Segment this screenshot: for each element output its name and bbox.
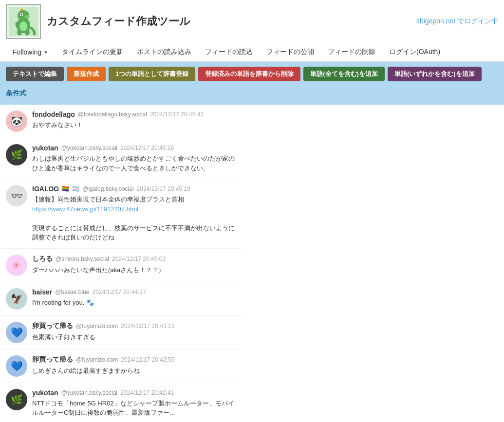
feed-scroll-wrapper[interactable]: 🐼 fondodellago @fondodellago.bsky.social…: [0, 105, 241, 421]
post-header: 卵買って帰る @fuyumizo.com 2024/12/17 20:42:55: [32, 355, 235, 364]
feed-right-panel: [241, 105, 504, 421]
avatar: 🌿: [6, 144, 27, 165]
post-text: I'm rooting for you. 🐾: [32, 298, 235, 308]
edit-text-button[interactable]: テキストで編集: [6, 67, 64, 81]
avatar: 🦅: [6, 288, 27, 310]
register-word-button[interactable]: 1つの単語として辞書登録: [109, 67, 195, 81]
following-label: Following: [13, 48, 41, 56]
feed-read-label: フィードの読込: [205, 48, 253, 56]
list-item: 💙 卵買って帰る @fuyumizo.com 2024/12/17 20:42:…: [0, 349, 241, 383]
header: カスタムフィード作成ツール shigepon.net でログイン中 Follow…: [0, 0, 504, 62]
username: fondodellago: [32, 110, 75, 118]
username: yukotan: [32, 144, 58, 152]
conditions-label: 条件式: [6, 89, 26, 97]
logo-image: [6, 4, 41, 39]
feed-delete-label: フィードの削除: [328, 48, 375, 56]
post-text: 色素薄い子好きすぎる: [32, 332, 235, 342]
logo-area: カスタムフィード作成ツール: [6, 4, 190, 39]
timestamp: 2024/12/17 20:45:28: [120, 145, 174, 151]
handle: @yukotan.bsky.social: [61, 389, 117, 396]
post-text: ダーハハハみたいな声出た(akaさんも！？？）: [32, 265, 235, 275]
username: しろる: [32, 255, 53, 263]
header-top: カスタムフィード作成ツール shigepon.net でログイン中: [0, 0, 504, 43]
post-text: 【速報】同性婚実現で日本全体の幸福度プラスと首相 https://www.47n…: [32, 195, 235, 242]
handle: @fuyumizo.com: [76, 356, 118, 363]
toolbar: テキストで編集 新規作成 1つの単語として辞書登録 登録済みの単語を辞書から削除…: [0, 62, 504, 86]
login-oauth-label: ログイン(OAuth): [389, 48, 440, 56]
feed-container: 🐼 fondodellago @fondodellago.bsky.social…: [0, 105, 504, 421]
list-item: 🐼 fondodellago @fondodellago.bsky.social…: [0, 105, 241, 138]
handle: @fuyumizo.com: [76, 323, 118, 330]
post-text-line1: 【速報】同性婚実現で日本全体の幸福度プラスと首相: [32, 196, 184, 203]
svg-point-5: [25, 15, 30, 18]
nav-item-following[interactable]: Following ▼: [6, 43, 55, 61]
chevron-down-icon: ▼: [43, 50, 48, 55]
nav-item-post-load[interactable]: ポストの読み込み: [130, 43, 198, 61]
feed-publish-label: フィードの公開: [266, 48, 314, 56]
timestamp: 2024/12/17 20:43:13: [121, 323, 174, 330]
avatar: 👓: [6, 185, 27, 206]
post-content: fondodellago @fondodellago.bsky.social 2…: [32, 110, 235, 130]
handle: @yukotan.bsky.social: [61, 145, 117, 151]
username: baiser: [32, 288, 52, 296]
post-content: IGALOG 🏳️‍🌈 🏳️‍⚧️ @igalog.bsky.social 20…: [32, 185, 235, 242]
username: yukotan: [32, 389, 58, 397]
list-item: 🌿 yukotan @yukotan.bsky.social 2024/12/1…: [0, 138, 241, 179]
timeline-update-label: タイムラインの更新: [62, 48, 123, 56]
timestamp: 2024/12/17 20:45:19: [137, 185, 190, 192]
list-item: 🦅 baiser @baiser.blue 2024/12/17 20:44:3…: [0, 282, 241, 316]
post-text: NTTドコモ「home 5G HR02」などシャープ製ホームルーター、モバイルル…: [32, 399, 235, 418]
post-header: yukotan @yukotan.bsky.social 2024/12/17 …: [32, 389, 235, 397]
post-header: 卵買って帰る @fuyumizo.com 2024/12/17 20:43:13: [32, 322, 235, 330]
post-text: わしは豚肉と生バジルともやしの塩炒めとかすごく食べたいのだが家のひと達が香草はキ…: [32, 154, 235, 173]
nav-item-feed-publish[interactable]: フィードの公開: [260, 43, 321, 61]
nav-item-feed-read[interactable]: フィードの読込: [198, 43, 260, 61]
timestamp: 2024/12/17 20:42:55: [121, 356, 174, 363]
list-item: 🌸 しろる @shiroru.bsky.social 2024/12/17 20…: [0, 249, 241, 282]
timestamp: 2024/12/17 20:42:41: [120, 389, 174, 396]
post-link[interactable]: https://www.47news.jp/11912207.html: [32, 205, 138, 213]
handle: @igalog.bsky.social: [82, 185, 133, 192]
post-text: しめぎさんの絵は最高すぎますからね: [32, 366, 235, 376]
list-item: 👓 IGALOG 🏳️‍🌈 🏳️‍⚧️ @igalog.bsky.social …: [0, 179, 241, 249]
post-header: IGALOG 🏳️‍🌈 🏳️‍⚧️ @igalog.bsky.social 20…: [32, 185, 235, 193]
nav-item-login-oauth[interactable]: ログイン(OAuth): [382, 43, 447, 61]
nav-item-feed-delete[interactable]: フィードの削除: [321, 43, 382, 61]
post-load-label: ポストの読み込み: [137, 48, 191, 56]
post-content: しろる @shiroru.bsky.social 2024/12/17 20:4…: [32, 255, 235, 275]
username: IGALOG: [32, 185, 59, 193]
post-header: yukotan @yukotan.bsky.social 2024/12/17 …: [32, 144, 235, 152]
conditions-area: 条件式: [0, 86, 504, 105]
avatar: 🐼: [6, 110, 27, 132]
post-content: 卵買って帰る @fuyumizo.com 2024/12/17 20:43:13…: [32, 322, 235, 342]
post-header: fondodellago @fondodellago.bsky.social 2…: [32, 110, 235, 118]
username: 卵買って帰る: [32, 355, 73, 364]
post-content: yukotan @yukotan.bsky.social 2024/12/17 …: [32, 144, 235, 173]
svg-point-4: [21, 14, 22, 16]
username: 卵買って帰る: [32, 322, 73, 330]
handle: @baiser.blue: [55, 289, 89, 295]
new-create-button[interactable]: 新規作成: [67, 67, 106, 81]
login-status[interactable]: shigepon.net でログイン中: [416, 17, 498, 26]
avatar: 🌸: [6, 255, 27, 276]
timestamp: 2024/12/17 20:45:43: [150, 111, 204, 118]
flag-icon: 🏳️‍🌈: [62, 185, 69, 192]
timestamp: 2024/12/17 20:45:03: [112, 256, 166, 262]
post-header: baiser @baiser.blue 2024/12/17 20:44:37: [32, 288, 235, 296]
post-content: 卵買って帰る @fuyumizo.com 2024/12/17 20:42:55…: [32, 355, 235, 376]
avatar: 💙: [6, 355, 27, 377]
post-text-line2: 実現することには賛成だし、枝葉のサービスに不平不満が出ないように調整できれば良い…: [32, 224, 235, 241]
handle: @shiroru.bsky.social: [56, 256, 109, 262]
avatar: 💙: [6, 322, 27, 343]
post-content: yukotan @yukotan.bsky.social 2024/12/17 …: [32, 389, 235, 418]
add-any-button[interactable]: 単語(いずれかを含む)を追加: [388, 67, 482, 81]
delete-registered-button[interactable]: 登録済みの単語を辞書から削除: [198, 67, 300, 81]
flag2-icon: 🏳️‍⚧️: [72, 185, 79, 192]
nav-item-timeline-update[interactable]: タイムラインの更新: [55, 43, 130, 61]
post-header: しろる @shiroru.bsky.social 2024/12/17 20:4…: [32, 255, 235, 263]
avatar: 🌿: [6, 389, 27, 410]
timestamp: 2024/12/17 20:44:37: [92, 289, 146, 295]
add-all-button[interactable]: 単語(全てを含む)を追加: [303, 67, 385, 81]
post-text: おやすみなさい！: [32, 120, 235, 130]
site-title: カスタムフィード作成ツール: [47, 14, 190, 29]
